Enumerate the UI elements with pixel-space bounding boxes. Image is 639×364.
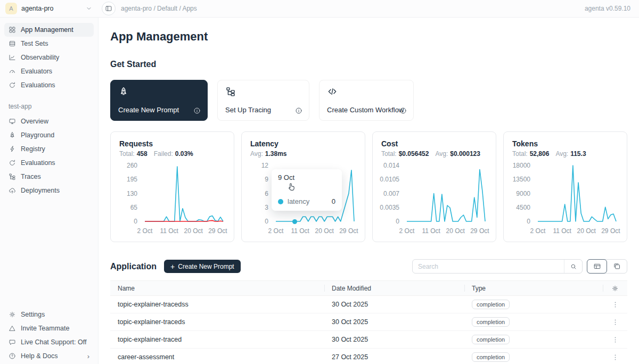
sidebar-item-evaluations[interactable]: Evaluations <box>4 78 94 92</box>
x-tick-label: 29 Oct <box>470 227 489 235</box>
active-point-marker <box>292 219 297 224</box>
column-header-name[interactable]: Name <box>110 281 324 295</box>
column-settings-button[interactable] <box>603 281 627 295</box>
table-view-button[interactable] <box>587 259 607 274</box>
x-tick-label: 2 Oct <box>530 227 546 235</box>
chart-plot <box>143 163 225 222</box>
info-icon[interactable] <box>193 107 201 114</box>
sidebar-item-label: Help & Docs <box>21 352 58 360</box>
column-header-date-modified[interactable]: Date Modified <box>324 281 464 295</box>
y-tick-label: 0.007 <box>383 190 399 197</box>
table-row[interactable]: topic-explainer-tracedss30 Oct 2025compl… <box>110 296 627 313</box>
search-box <box>412 259 583 274</box>
type-cell: completion <box>464 335 603 344</box>
x-tick-label: 20 Oct <box>315 227 334 235</box>
sidebar-item-label: Test Sets <box>21 40 48 47</box>
view-toggle <box>587 259 627 274</box>
table-view-icon <box>593 262 601 270</box>
table-row[interactable]: topic-explainer-traceds30 Oct 2025comple… <box>110 313 627 331</box>
column-header-type[interactable]: Type <box>464 281 603 295</box>
chart-title: Tokens <box>512 139 618 148</box>
refresh-icon <box>9 81 16 89</box>
sidebar-item-playground[interactable]: Playground <box>4 128 94 142</box>
chart-stats: Total:458Failed:0.03% <box>119 150 225 158</box>
y-tick-label: 18000 <box>513 162 530 169</box>
card-view-icon <box>613 262 621 270</box>
sidebar-item-test-sets[interactable]: Test Sets <box>4 37 94 51</box>
y-tick-label: 0 <box>134 218 137 225</box>
create-new-prompt-card[interactable]: Create New Prompt <box>110 80 208 121</box>
refresh-icon <box>9 159 16 167</box>
sidebar-item-deployments[interactable]: Deployments <box>4 184 94 197</box>
create-new-prompt-button[interactable]: + Create New Prompt <box>164 260 241 273</box>
chevron-right-icon: › <box>87 353 89 360</box>
y-tick-label: 13500 <box>513 176 530 183</box>
cost-chart-card[interactable]: Cost Total:$0.056452Avg:$0.000123 0.0140… <box>372 131 496 242</box>
x-axis: 2 Oct11 Oct20 Oct29 Oct <box>143 226 225 235</box>
tracing-icon <box>225 86 236 97</box>
set-up-tracing-card[interactable]: Set Up Tracing <box>217 80 309 121</box>
chart-title: Latency <box>250 139 356 148</box>
sidebar-item-traces[interactable]: Traces <box>4 170 94 184</box>
date-modified: 27 Oct 2025 <box>324 353 464 361</box>
x-tick-label: 29 Oct <box>208 227 227 235</box>
sidebar-item-evaluations[interactable]: Evaluations <box>4 156 94 170</box>
y-tick-label: 0.0105 <box>380 176 399 183</box>
sidebar-item-registry[interactable]: Registry <box>4 142 94 156</box>
workspace-name: agenta-pro <box>21 5 53 12</box>
sidebar-item-help-docs[interactable]: Help & Docs› <box>4 349 94 363</box>
tokens-chart-card[interactable]: Tokens Total:52,806Avg:115.3 18000135009… <box>503 131 627 242</box>
sidebar-item-observability[interactable]: Observability <box>4 51 94 64</box>
sidebar-item-label: Playground <box>21 131 54 139</box>
requests-chart-card[interactable]: Requests Total:458Failed:0.03% 260195130… <box>110 131 234 242</box>
x-tick-label: 11 Oct <box>422 227 440 235</box>
x-tick-label: 2 Oct <box>137 227 153 235</box>
page-title: App Management <box>110 30 627 44</box>
table-row[interactable]: topic-explainer-traced30 Oct 2025complet… <box>110 331 627 349</box>
type-cell: completion <box>464 352 603 362</box>
series-dot <box>278 199 283 204</box>
create-custom-workflow-card[interactable]: Create Custom Workflow <box>319 80 414 121</box>
latency-chart-card[interactable]: Latency Avg:1.38ms 129630 2 Oct11 Oct20 … <box>241 131 365 242</box>
chart-stat: Total:$0.056452 <box>381 150 429 158</box>
table-row[interactable]: career-assessment27 Oct 2025completion <box>110 349 627 364</box>
sidebar-item-live-chat-support-off[interactable]: Live Chat Support: Off <box>4 335 94 349</box>
search-icon <box>570 263 577 270</box>
app-name: topic-explainer-tracedss <box>110 301 324 308</box>
info-icon[interactable] <box>295 107 302 114</box>
sidebar-item-label: Overview <box>21 118 48 125</box>
y-tick-label: 195 <box>127 176 137 183</box>
gear-icon <box>9 311 16 318</box>
chevron-down-icon <box>86 5 92 12</box>
row-menu-button[interactable] <box>603 336 627 344</box>
table-header: Name Date Modified Type <box>110 280 627 296</box>
sidebar-item-label: Evaluations <box>21 159 55 167</box>
x-tick-label: 20 Oct <box>184 227 203 235</box>
search-input[interactable] <box>413 263 564 270</box>
rocket-icon <box>9 131 16 139</box>
sidebar-item-overview[interactable]: Overview <box>4 114 94 128</box>
card-label: Create Custom Workflow <box>327 106 404 114</box>
row-menu-button[interactable] <box>603 353 627 361</box>
sidebar-item-app-management[interactable]: App Management <box>4 23 94 37</box>
cloudup-icon <box>9 187 16 194</box>
row-menu-button[interactable] <box>603 301 627 309</box>
sidebar-item-invite-teammate[interactable]: Invite Teammate <box>4 321 94 335</box>
tree-icon <box>9 173 16 180</box>
search-button[interactable] <box>564 260 582 273</box>
row-menu-button[interactable] <box>603 318 627 326</box>
card-view-button[interactable] <box>607 260 627 273</box>
card-label: Create New Prompt <box>118 106 179 114</box>
workspace-selector[interactable]: A agenta-pro <box>0 3 99 14</box>
sidebar-item-evaluators[interactable]: Evaluators <box>4 64 94 78</box>
gear-icon <box>611 285 619 292</box>
sidebar-item-settings[interactable]: Settings <box>4 308 94 321</box>
chart-stat: Avg:1.38ms <box>250 150 287 158</box>
type-cell: completion <box>464 300 603 309</box>
application-title: Application <box>110 262 157 271</box>
sidebar-toggle-button[interactable] <box>102 2 116 15</box>
type-badge: completion <box>472 335 510 344</box>
info-icon[interactable] <box>399 107 407 114</box>
y-tick-label: 3 <box>265 204 268 211</box>
breadcrumb[interactable]: agenta-pro / Default / Apps <box>121 5 197 12</box>
